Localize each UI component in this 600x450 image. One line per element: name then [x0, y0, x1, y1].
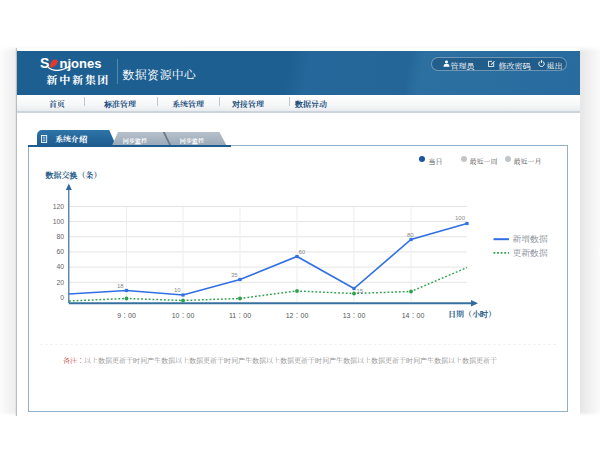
svg-text:40: 40 [56, 263, 64, 270]
svg-text:S: S [40, 55, 49, 71]
svg-text:120: 120 [53, 203, 65, 210]
svg-text:12：00: 12：00 [286, 312, 309, 319]
svg-text:日期（小时）: 日期（小时） [448, 310, 496, 319]
svg-text:9：00: 9：00 [117, 312, 136, 319]
svg-text:10: 10 [174, 287, 181, 293]
svg-text:100: 100 [455, 215, 466, 221]
svg-text:10：00: 10：00 [172, 312, 195, 319]
svg-text:100: 100 [53, 218, 65, 225]
svg-text:80: 80 [407, 232, 414, 238]
svg-text:更新数据: 更新数据 [513, 248, 548, 258]
svg-text:18: 18 [117, 283, 124, 289]
svg-text:35: 35 [231, 272, 238, 278]
svg-text:80: 80 [56, 233, 64, 240]
svg-text:60: 60 [56, 248, 64, 255]
svg-text:新中新集团: 新中新集团 [46, 74, 111, 86]
svg-text:新增数据: 新增数据 [513, 234, 548, 244]
svg-text:20: 20 [56, 279, 64, 286]
svg-text:13：00: 13：00 [343, 312, 366, 319]
svg-text:60: 60 [299, 249, 306, 255]
svg-text:0: 0 [60, 294, 64, 301]
svg-text:11：00: 11：00 [229, 312, 251, 319]
svg-text:15: 15 [357, 288, 364, 294]
svg-text:njones: njones [60, 56, 102, 71]
svg-text:14：00: 14：00 [402, 312, 425, 319]
